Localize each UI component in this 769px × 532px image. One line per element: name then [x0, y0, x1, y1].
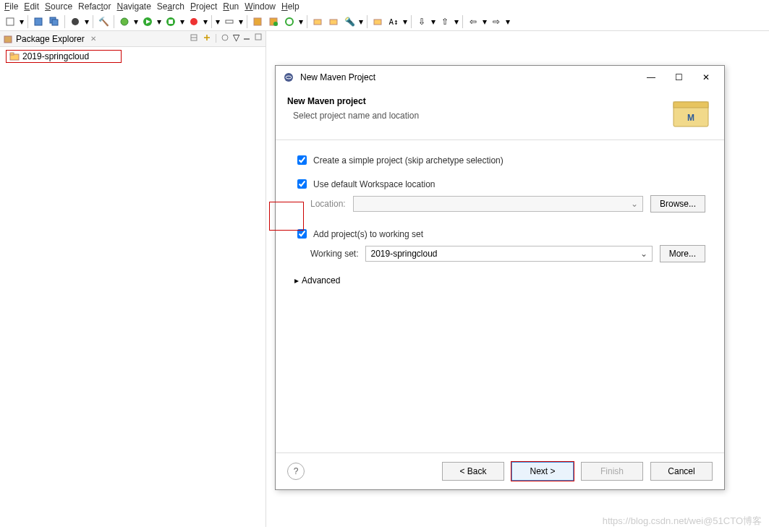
dropdown-icon[interactable]: ▾: [238, 17, 244, 27]
new-icon[interactable]: [3, 14, 17, 29]
save-icon[interactable]: [31, 14, 46, 29]
coverage-icon[interactable]: [163, 14, 178, 29]
svg-text:M: M: [687, 113, 694, 123]
banner-title: New Maven project: [287, 96, 669, 106]
debug-icon[interactable]: [117, 14, 132, 29]
menu-window[interactable]: Window: [245, 1, 276, 12]
help-button[interactable]: ?: [287, 463, 305, 480]
package-explorer-view: Package Explorer ✕ | ▽ 2019-springcloud: [0, 31, 266, 527]
dropdown-icon[interactable]: ▾: [454, 17, 459, 27]
svg-rect-19: [4, 36, 12, 43]
link-icon[interactable]: [222, 14, 237, 29]
forward-icon[interactable]: ⇨: [489, 14, 504, 29]
run-icon[interactable]: [140, 14, 155, 29]
dropdown-icon[interactable]: ▾: [482, 17, 488, 27]
dialog-banner: New Maven project Select project name an…: [276, 89, 724, 140]
menu-project[interactable]: Project: [190, 1, 217, 12]
link-editor-icon[interactable]: [202, 33, 212, 45]
back-icon[interactable]: ⇦: [466, 14, 480, 29]
dropdown-icon[interactable]: ▾: [402, 17, 408, 27]
project-tree-item[interactable]: 2019-springcloud: [6, 50, 122, 63]
svg-rect-23: [244, 38, 250, 40]
back-button[interactable]: < Back: [442, 462, 504, 481]
menu-help[interactable]: Help: [281, 1, 299, 12]
working-set-combo[interactable]: 2019-springcloud⌄: [365, 246, 652, 262]
svg-rect-24: [255, 34, 261, 40]
dropdown-icon[interactable]: ▾: [133, 17, 139, 27]
dropdown-icon[interactable]: ▾: [358, 17, 364, 27]
menu-run[interactable]: Run: [223, 1, 239, 12]
external-tools-icon[interactable]: [187, 14, 201, 29]
next-button[interactable]: Next >: [511, 462, 574, 481]
location-combo: ⌄: [353, 196, 643, 212]
menu-source[interactable]: Source: [45, 1, 72, 12]
maximize-view-icon[interactable]: [254, 33, 263, 45]
prev-annotation-icon[interactable]: ⇧: [438, 14, 452, 29]
watermark-text: https://blog.csdn.net/wei@51CTO博客: [603, 515, 762, 528]
open-folder-icon[interactable]: [326, 14, 341, 29]
svg-point-22: [222, 35, 228, 40]
browse-button[interactable]: Browse...: [650, 195, 705, 213]
focus-task-icon[interactable]: [220, 33, 230, 45]
new-class-icon[interactable]: [266, 14, 281, 29]
menu-bar: FFileile Edit Source Refactor Navigate S…: [0, 0, 769, 13]
menu-navigate[interactable]: Navigate: [116, 1, 150, 12]
minimize-view-icon[interactable]: [242, 33, 251, 45]
svg-point-10: [190, 18, 197, 25]
close-view-icon[interactable]: ✕: [90, 35, 96, 43]
default-workspace-checkbox[interactable]: [297, 179, 307, 189]
svg-rect-30: [674, 102, 708, 108]
svg-rect-18: [374, 20, 381, 25]
dropdown-icon[interactable]: ▾: [179, 17, 185, 27]
new-package-icon[interactable]: [250, 14, 265, 29]
toolbar: ▾ ▾ 🔨 ▾ ▾ ▾ ▾ ▾ ▾ ▾ 🔦 ▾ A↕ ▾ ⇩ ▾ ⇧ ▾ ⇦ ▾…: [0, 13, 769, 31]
dropdown-icon[interactable]: ▾: [505, 17, 511, 27]
more-button[interactable]: More...: [660, 245, 705, 262]
cancel-button[interactable]: Cancel: [650, 462, 713, 481]
dropdown-icon[interactable]: ▾: [298, 17, 304, 27]
svg-rect-12: [254, 18, 261, 25]
collapse-all-icon[interactable]: [189, 33, 199, 45]
dropdown-icon[interactable]: ▾: [156, 17, 162, 27]
svg-rect-1: [35, 18, 42, 25]
minimize-button[interactable]: —: [640, 70, 662, 85]
search-icon[interactable]: 🔦: [342, 14, 357, 29]
view-menu-icon[interactable]: ▽: [233, 33, 239, 45]
hammer-icon[interactable]: 🔨: [96, 14, 111, 29]
project-name: 2019-springcloud: [22, 51, 89, 61]
package-explorer-title: Package Explorer: [16, 34, 85, 44]
next-annotation-icon[interactable]: ⇩: [415, 14, 429, 29]
svg-point-5: [121, 18, 128, 25]
menu-file[interactable]: FFileile: [4, 1, 18, 12]
svg-point-14: [273, 22, 278, 26]
save-all-icon[interactable]: [47, 14, 61, 29]
working-set-checkbox[interactable]: [297, 229, 307, 239]
advanced-expander[interactable]: ▸ Advanced: [294, 275, 705, 286]
menu-refactor[interactable]: Refactor: [78, 1, 111, 12]
dropdown-icon[interactable]: ▾: [19, 17, 25, 27]
dialog-footer: ? < Back Next > Finish Cancel: [276, 452, 724, 489]
dropdown-icon[interactable]: ▾: [430, 17, 436, 27]
close-button[interactable]: ✕: [695, 70, 717, 85]
maximize-button[interactable]: ☐: [668, 70, 689, 85]
dialog-titlebar[interactable]: New Maven Project — ☐ ✕: [276, 66, 724, 89]
package-icon: [3, 34, 13, 44]
simple-project-checkbox[interactable]: [297, 155, 307, 165]
font-toggle-icon[interactable]: A↕: [386, 14, 401, 29]
refresh-icon[interactable]: [282, 14, 297, 29]
open-task-icon[interactable]: [370, 14, 385, 29]
open-type-icon[interactable]: [310, 14, 325, 29]
menu-edit[interactable]: Edit: [24, 1, 39, 12]
dropdown-icon[interactable]: ▾: [203, 17, 208, 27]
build-icon[interactable]: [68, 14, 82, 29]
menu-search[interactable]: Search: [157, 1, 184, 12]
working-set-value: 2019-springcloud: [370, 249, 437, 259]
expand-triangle-icon: ▸: [294, 275, 299, 286]
svg-rect-26: [10, 53, 14, 55]
maven-wizard-icon: M: [669, 96, 713, 132]
svg-point-15: [286, 18, 293, 25]
location-label: Location:: [310, 199, 346, 209]
workingset-folder-icon: [9, 51, 20, 61]
dropdown-icon[interactable]: ▾: [215, 17, 221, 27]
dropdown-icon[interactable]: ▾: [84, 17, 90, 27]
